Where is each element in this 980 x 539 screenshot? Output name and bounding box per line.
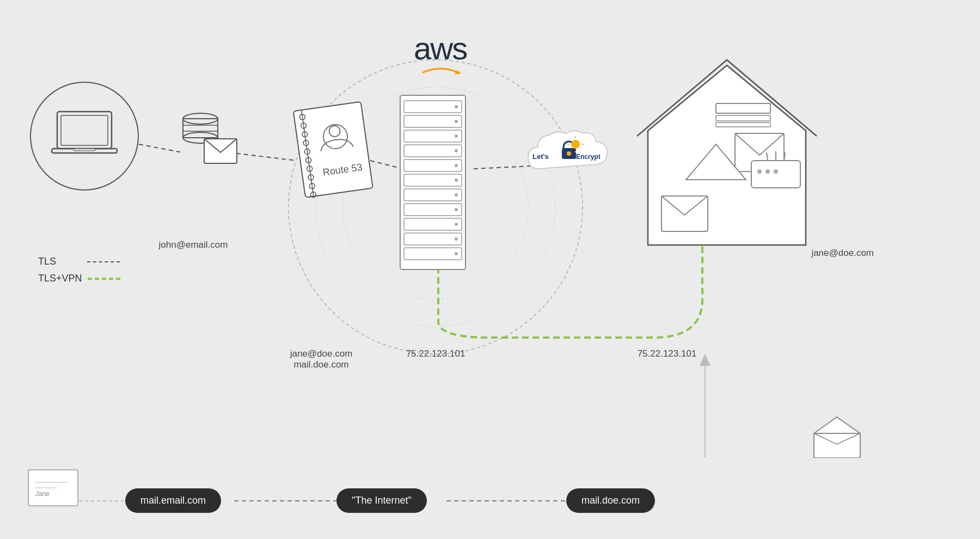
laptop-circle (30, 82, 139, 191)
jane-doe-top-right-label: jane@doe.com (754, 248, 874, 259)
db-mail-group (174, 109, 240, 182)
svg-point-82 (774, 169, 778, 174)
svg-point-57 (455, 208, 458, 211)
svg-point-59 (455, 237, 458, 241)
svg-rect-16 (74, 149, 95, 151)
svg-point-81 (765, 169, 770, 174)
svg-rect-18 (183, 119, 218, 138)
svg-text:Encrypt: Encrypt (576, 153, 601, 161)
svg-text:Let's: Let's (532, 152, 549, 161)
svg-point-54 (455, 164, 458, 167)
svg-point-50 (455, 105, 458, 108)
svg-point-53 (455, 149, 458, 152)
svg-point-51 (455, 120, 458, 123)
svg-point-80 (757, 169, 762, 174)
ip1-label: 75.22.123.101 (392, 348, 479, 359)
svg-rect-76 (751, 161, 800, 188)
svg-point-52 (455, 134, 458, 138)
svg-point-55 (455, 179, 458, 182)
john-email-label: john@email.com (150, 240, 237, 250)
tls-vpn-label: TLS+VPN (38, 273, 82, 284)
tls-legend-item: TLS (38, 256, 120, 267)
aws-logo: aws (414, 33, 467, 80)
legend: TLS TLS+VPN (38, 256, 120, 290)
svg-point-58 (455, 223, 458, 226)
svg-rect-14 (61, 115, 108, 145)
house-icon (632, 54, 822, 258)
tls-line-icon (87, 261, 120, 262)
mail-email-pill: mail.email.com (125, 488, 221, 513)
letter-envelope-bottom: Jane (27, 469, 79, 509)
server-rack (397, 93, 468, 274)
bottom-right-envelope (811, 414, 863, 460)
svg-point-60 (455, 252, 458, 255)
lets-encrypt-cloud: Let's Encrypt (523, 120, 615, 193)
svg-point-62 (567, 151, 571, 156)
svg-rect-13 (57, 112, 112, 149)
tls-vpn-legend-item: TLS+VPN (38, 273, 120, 284)
ip2-label: 75.22.123.101 (623, 348, 710, 359)
tls-vpn-line-icon (88, 278, 120, 280)
route53-notebook: Route 53 (289, 98, 376, 209)
svg-point-65 (571, 140, 580, 149)
diagram-container: aws (0, 0, 980, 539)
tls-label: TLS (38, 256, 82, 267)
jane-doe-mail-doe-label: jane@doe.com mail.doe.com (272, 348, 370, 370)
svg-text:Jane: Jane (35, 490, 50, 498)
svg-point-56 (455, 193, 458, 197)
mail-doe-pill: mail.doe.com (566, 488, 655, 513)
the-internet-pill: "The Internet" (336, 488, 427, 513)
aws-arrow-icon (414, 60, 467, 80)
